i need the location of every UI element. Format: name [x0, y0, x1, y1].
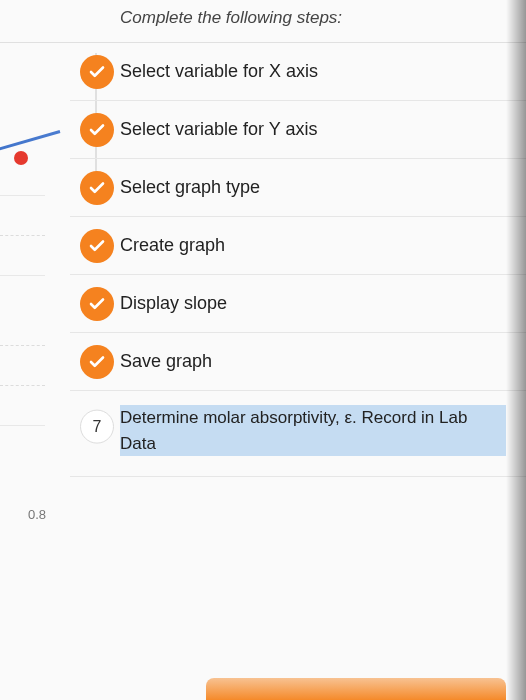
- step-badge-number: 7: [80, 410, 114, 444]
- check-icon: [88, 295, 106, 313]
- step-row-1[interactable]: Select variable for X axis: [70, 43, 526, 101]
- check-icon: [88, 63, 106, 81]
- step-label: Select graph type: [120, 177, 260, 198]
- step-label: Select variable for Y axis: [120, 119, 317, 140]
- step-number: 7: [93, 418, 102, 436]
- steps-list: Select variable for X axis Select variab…: [0, 43, 526, 477]
- step-badge-complete: [80, 55, 114, 89]
- y-axis-tick-label: 0.8: [28, 507, 46, 522]
- check-icon: [88, 179, 106, 197]
- step-label: Create graph: [120, 235, 225, 256]
- step-row-5[interactable]: Display slope: [70, 275, 526, 333]
- step-badge-complete: [80, 229, 114, 263]
- steps-header: Complete the following steps:: [0, 0, 526, 43]
- step-label: Save graph: [120, 351, 212, 372]
- header-title: Complete the following steps:: [120, 8, 342, 27]
- step-badge-complete: [80, 113, 114, 147]
- step-label: Select variable for X axis: [120, 61, 318, 82]
- bottom-accent-bar: [206, 678, 506, 700]
- step-row-6[interactable]: Save graph: [70, 333, 526, 391]
- check-icon: [88, 353, 106, 371]
- step-badge-complete: [80, 287, 114, 321]
- step-badge-complete: [80, 345, 114, 379]
- step-row-7[interactable]: 7 Determine molar absorptivity, ε. Recor…: [70, 391, 526, 477]
- step-badge-complete: [80, 171, 114, 205]
- step-row-2[interactable]: Select variable for Y axis: [70, 101, 526, 159]
- screen: Complete the following steps: Select var…: [0, 0, 526, 700]
- step-row-3[interactable]: Select graph type: [70, 159, 526, 217]
- step-label-highlighted: Determine molar absorptivity, ε. Record …: [120, 405, 506, 456]
- check-icon: [88, 237, 106, 255]
- step-label: Display slope: [120, 293, 227, 314]
- check-icon: [88, 121, 106, 139]
- step-row-4[interactable]: Create graph: [70, 217, 526, 275]
